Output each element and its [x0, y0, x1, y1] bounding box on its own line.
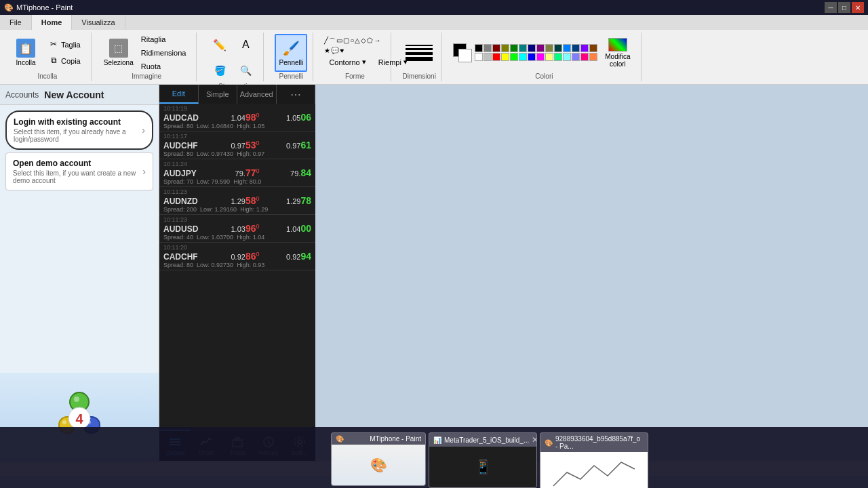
quote-audusd[interactable]: 10:11:23 AUDUSD 1.03960 1.0400 Spread: 4…	[159, 215, 315, 243]
spread-cadchf: Spread: 80 Low: 0.92730 High: 0.93	[163, 262, 311, 268]
heart-icon[interactable]: ♥	[340, 47, 344, 54]
tab-simple[interactable]: Simple	[199, 85, 238, 104]
magnify-button[interactable]: 🔍	[233, 58, 258, 83]
tab-advanced[interactable]: Advanced	[237, 85, 277, 104]
swatch-darkteal[interactable]	[554, 44, 562, 52]
tab-home[interactable]: Home	[32, 15, 73, 30]
swatch-silver[interactable]	[484, 53, 492, 61]
titlebar-controls[interactable]: ─ □ ✕	[825, 2, 864, 13]
fill-button[interactable]: 🪣	[208, 58, 232, 83]
minimize-button[interactable]: ─	[825, 2, 837, 13]
seleziona-button[interactable]: ⬚ Seleziona	[102, 34, 135, 72]
pentagon-icon[interactable]: ⬠	[367, 37, 373, 46]
taglia-icon: ✂	[48, 39, 59, 50]
quote-audchf[interactable]: 10:11:17 AUDCHF 0.97530 0.9761 Spread: 8…	[159, 131, 315, 159]
ridimensiona-button[interactable]: Ridimensiona	[136, 47, 191, 59]
swatch-gray[interactable]	[484, 44, 492, 52]
curve-icon[interactable]: ⌒	[329, 37, 336, 46]
canvas-area[interactable]	[315, 85, 868, 461]
bid-audjpy: 79.770	[235, 167, 260, 178]
swatch-violet[interactable]	[580, 44, 589, 52]
swatch-orange[interactable]	[589, 53, 597, 61]
main-audchf: AUDCHF 0.97530 0.9761	[163, 140, 311, 150]
swatch-navy[interactable]	[528, 44, 536, 52]
swatch-red[interactable]	[492, 53, 500, 61]
swatch-olive[interactable]	[501, 44, 509, 52]
demo-text: Open demo account Select this item, if y…	[13, 159, 142, 184]
swatch-yellow[interactable]	[501, 53, 509, 61]
swatch-brown[interactable]	[589, 44, 597, 52]
titlebar-left: 🎨 MTiphone - Paint	[4, 3, 73, 12]
swatch-blue[interactable]	[528, 53, 536, 61]
swatch-maroon[interactable]	[492, 44, 500, 52]
taskbar-item-metatrader[interactable]: 📊 MetaTrader_5_iOS_build_... ✕ 📱	[429, 432, 537, 488]
triangle-icon[interactable]: △	[355, 37, 360, 46]
ruota-button[interactable]: Ruota	[136, 60, 191, 73]
accounts-tab[interactable]: Accounts	[5, 90, 39, 100]
copia-button[interactable]: ⧉ Copia	[43, 54, 85, 68]
open-demo-option[interactable]: Open demo account Select this item, if y…	[5, 152, 153, 190]
modifica-colori-button[interactable]: Modifica colori	[600, 34, 635, 72]
thumb-mt-content: 📱	[429, 447, 536, 487]
swatch-black[interactable]	[475, 44, 483, 52]
swatch-azure[interactable]	[563, 44, 571, 52]
pennelli-group-label: Pennelli	[279, 73, 304, 81]
swatch-lightyellow[interactable]	[545, 53, 553, 61]
tab-more[interactable]: ⋯	[277, 85, 316, 104]
svg-text:4: 4	[75, 411, 83, 426]
quote-audjpy[interactable]: 10:11:24 AUDJPY 79.770 79.84 Spread: 70 …	[159, 159, 315, 187]
swatch-khaki[interactable]	[545, 44, 553, 52]
ritaglia-button[interactable]: Ritaglia	[136, 33, 191, 45]
taskbar-item-mtiphone[interactable]: 🎨 MTiphone - Paint 🎨	[331, 432, 426, 486]
thumb-paint-content: 🎨	[332, 445, 425, 485]
star-icon[interactable]: ★	[324, 47, 330, 54]
rect-icon[interactable]: ▭	[336, 37, 342, 46]
taglia-button[interactable]: ✂ Taglia	[43, 37, 85, 52]
quote-cadchf[interactable]: 10:11:20 CADCHF 0.92860 0.9294 Spread: 8…	[159, 243, 315, 270]
swatch-hotpink[interactable]	[580, 53, 589, 61]
time-audusd: 10:11:23	[163, 216, 311, 223]
close-button[interactable]: ✕	[852, 2, 864, 13]
main-audcad: AUDCAD 1.04980 1.0506	[163, 112, 311, 123]
pencil-button[interactable]: ✏️	[208, 33, 232, 57]
time-cadchf: 10:11:20	[163, 244, 311, 251]
pennelli-button[interactable]: 🖌️ Pennelli	[275, 34, 307, 72]
contorno-button[interactable]: Contorno ▾	[324, 56, 370, 68]
taskbar-close-mt[interactable]: ✕	[532, 435, 537, 445]
swatch-teal[interactable]	[519, 44, 527, 52]
time-audnzd: 10:11:23	[163, 188, 311, 195]
group-strumenti: ✏️ A 🪣 🔍 Strumenti	[202, 33, 264, 81]
spread-audchf: Spread: 80 Low: 0.97430 High: 0.97	[163, 150, 311, 157]
tab-edit[interactable]: Edit	[159, 85, 199, 104]
quote-audcad[interactable]: 10:11:19 AUDCAD 1.04980 1.0506 Spread: 8…	[159, 104, 315, 131]
tab-visualizza[interactable]: Visualizza	[72, 15, 125, 30]
login-existing-option[interactable]: Login with existing account Select this …	[5, 110, 153, 150]
swatch-purple[interactable]	[536, 44, 545, 52]
diamond-icon[interactable]: ◇	[361, 37, 366, 46]
swatch-green[interactable]	[510, 44, 518, 52]
round-rect-icon[interactable]: ▢	[343, 37, 349, 46]
color2-swatch[interactable]	[458, 49, 472, 62]
swatch-lightgreen[interactable]	[554, 53, 562, 61]
ellipse-icon[interactable]: ○	[350, 37, 354, 46]
swatch-white[interactable]	[475, 53, 483, 61]
color-selector	[453, 43, 472, 62]
swatch-lime[interactable]	[510, 53, 518, 61]
speech-icon[interactable]: 💬	[331, 47, 339, 54]
swatch-periwinkle[interactable]	[572, 53, 580, 61]
swatch-cyan[interactable]	[563, 53, 571, 61]
quote-audnzd[interactable]: 10:11:23 AUDNZD 1.29580 1.2978 Spread: 2…	[159, 187, 315, 215]
swatch-darkblue[interactable]	[572, 44, 580, 52]
tab-file[interactable]: File	[0, 15, 32, 30]
taskbar-item-paint2[interactable]: 🎨 9288933604_b95d885a7f_o - Pa...	[540, 432, 648, 488]
incolla-button[interactable]: 📋 Incolla	[9, 34, 42, 72]
swatch-fuchsia[interactable]	[536, 53, 545, 61]
size-line-1	[406, 45, 433, 46]
colori-buttons: Modifica colori	[453, 33, 635, 73]
line-icon[interactable]: ╱	[324, 37, 328, 46]
main-audnzd: AUDNZD 1.29580 1.2978	[163, 195, 311, 206]
swatch-aqua[interactable]	[519, 53, 527, 61]
text-button[interactable]: A	[233, 33, 258, 57]
arrow-icon[interactable]: →	[374, 37, 380, 46]
maximize-button[interactable]: □	[838, 2, 850, 13]
